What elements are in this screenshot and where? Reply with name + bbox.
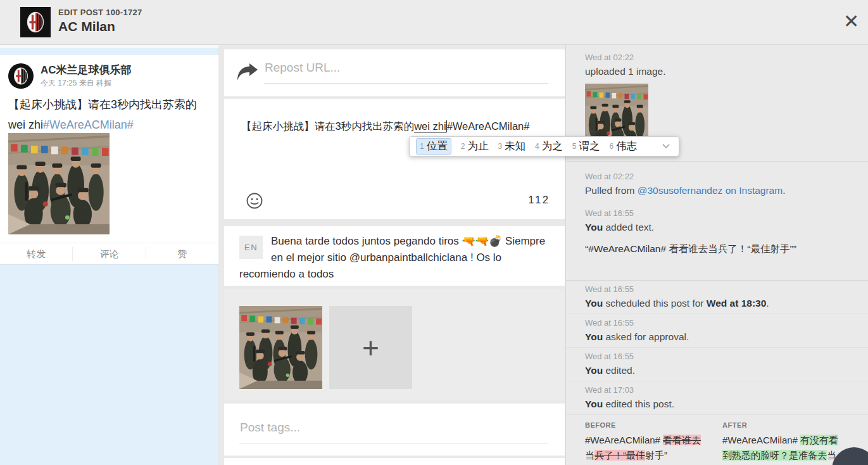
preview-account-name: AC米兰足球俱乐部: [41, 63, 132, 77]
preview-action-button[interactable]: 评论: [72, 247, 145, 261]
edit-post-label: EDIT POST 100-1727: [58, 8, 142, 17]
diff-after-text: #WeAreACMilan# 有没有看到熟悉的脸呀？是准备去当“神射手”了嘛?: [722, 433, 848, 465]
activity-text: uploaded 1 image.: [585, 65, 853, 79]
activity-entry: Wed at 17:03You edited this post.: [566, 381, 868, 414]
activity-entry: Wed at 16:55You added text.“#WeAreACMila…: [566, 203, 868, 280]
ime-candidate[interactable]: 5谓之: [572, 139, 600, 153]
ime-candidate-list: 1位置2为止3未知4为之5谓之6伟志: [416, 138, 646, 155]
attachments-section: +: [224, 290, 565, 400]
activity-text: You asked for approval.: [585, 330, 853, 344]
activity-timestamp: Wed at 16:55: [585, 318, 853, 328]
edit-diff-section: BEFORE #WeAreACMilan# 看看谁去当兵了！“最佳射手” AFT…: [566, 414, 868, 465]
next-card-edge: [224, 458, 565, 465]
repost-card: [224, 49, 565, 96]
translation-body: ENBuena tarde todos juntos pegando tiros…: [239, 233, 552, 283]
activity-text: You added text.: [585, 220, 853, 234]
account-title: AC Milan: [58, 19, 115, 34]
activity-timestamp: Wed at 16:55: [585, 352, 853, 361]
activity-timestamp: Wed at 02:22: [585, 172, 853, 181]
preview-action-bar: 转发评论赞: [0, 243, 218, 264]
activity-text: You edited.: [585, 364, 853, 378]
post-tags-card: [224, 404, 565, 455]
weibo-preview-panel: AC米兰足球俱乐部 今天 17:25 来自 科握 【起床小挑战】请在3秒内找出苏…: [0, 45, 218, 465]
ime-candidate[interactable]: 3未知: [498, 139, 525, 153]
activity-entry: Wed at 02:22Pulled from @30susofernandez…: [566, 161, 868, 203]
activity-timestamp: Wed at 16:55: [585, 284, 853, 294]
activity-text: You edited this post.: [585, 397, 853, 411]
add-image-button[interactable]: +: [329, 306, 412, 389]
activity-text: You scheduled this post for Wed at 18:30…: [585, 296, 853, 310]
ime-candidate[interactable]: 6伟志: [609, 139, 637, 153]
modal-header: EDIT POST 100-1727 AC Milan ✕: [0, 0, 868, 45]
attached-image-thumbnail[interactable]: [239, 306, 322, 389]
avatar: [8, 63, 34, 89]
diff-before-label: BEFORE: [585, 421, 710, 429]
preview-action-button[interactable]: 转发: [0, 247, 72, 261]
weibo-post-preview: AC米兰足球俱乐部 今天 17:25 来自 科握 【起床小挑战】请在3秒内找出苏…: [0, 55, 218, 265]
editor-hashtag-text: #WeAreACMilan#: [447, 120, 530, 132]
preview-action-button[interactable]: 赞: [146, 247, 218, 261]
preview-hashtag-link[interactable]: #WeAreACMilan#: [43, 118, 134, 131]
editor-text: 【起床小挑战】请在3秒内找出苏索的: [241, 120, 414, 132]
preview-top-strip: [0, 45, 218, 48]
emoji-picker-icon[interactable]: [246, 192, 263, 210]
activity-text: Pulled from @30susofernandez on Instagra…: [585, 184, 853, 198]
activity-entry: Wed at 16:55You asked for approval.: [566, 314, 868, 347]
diff-before-text: #WeAreACMilan# 看看谁去当兵了！“最佳射手”: [585, 433, 710, 463]
edit-post-modal: EDIT POST 100-1727 AC Milan ✕ AC米兰足球俱乐部 …: [0, 0, 868, 465]
activity-list: Wed at 02:22uploaded 1 image.Wed at 02:2…: [566, 45, 868, 414]
ime-composing-text: wei zhi: [414, 120, 446, 133]
instagram-source-link[interactable]: @30susofernandez on Instagram: [638, 185, 783, 196]
plus-icon: +: [362, 333, 379, 362]
translation-card: ENBuena tarde todos juntos pegando tiros…: [224, 226, 565, 286]
activity-timestamp: Wed at 17:03: [585, 385, 853, 395]
post-tags-input[interactable]: [239, 421, 548, 443]
post-editor-card: 【起床小挑战】请在3秒内找出苏索的wei zhi#WeAreACMilan# 1…: [224, 99, 565, 219]
preview-post-text: 【起床小挑战】请在3秒内找出苏索的wei zhi#WeAreACMilan#: [8, 94, 201, 135]
character-count: 112: [512, 194, 550, 206]
repost-arrow-icon: [236, 62, 259, 82]
ime-candidate[interactable]: 4为之: [535, 139, 563, 153]
activity-timestamp: Wed at 16:55: [585, 208, 853, 218]
ime-candidate[interactable]: 1位置: [416, 138, 451, 155]
diff-after-column: AFTER #WeAreACMilan# 有没有看到熟悉的脸呀？是准备去当“神射…: [722, 421, 848, 465]
translation-text: Buena tarde todos juntos pegando tiros 🔫…: [239, 235, 545, 280]
repost-url-input[interactable]: [264, 61, 548, 84]
diff-before-column: BEFORE #WeAreACMilan# 看看谁去当兵了！“最佳射手”: [585, 421, 710, 465]
activity-timestamp: Wed at 02:22: [585, 53, 853, 62]
language-badge: EN: [239, 236, 263, 259]
preview-post-image[interactable]: [8, 133, 110, 234]
diff-after-label: AFTER: [722, 421, 848, 429]
close-icon[interactable]: ✕: [840, 9, 863, 34]
ime-candidate[interactable]: 2为止: [461, 139, 489, 153]
added-text-quote: “#WeAreACMilan# 看看谁去当兵了！“最佳射手””: [585, 242, 853, 256]
activity-panel: Wed at 02:22uploaded 1 image.Wed at 02:2…: [565, 45, 868, 465]
post-body-editor[interactable]: 【起床小挑战】请在3秒内找出苏索的wei zhi#WeAreACMilan#: [241, 118, 558, 134]
preview-timestamp: 今天 17:25 来自 科握: [41, 78, 111, 89]
activity-entry: Wed at 16:55You scheduled this post for …: [566, 280, 868, 314]
activity-entry: Wed at 16:55You edited.: [566, 347, 868, 381]
account-logo: [20, 7, 51, 37]
chevron-down-icon[interactable]: [660, 141, 672, 151]
ime-candidate-window: 1位置2为止3未知4为之5谓之6伟志: [409, 136, 679, 156]
